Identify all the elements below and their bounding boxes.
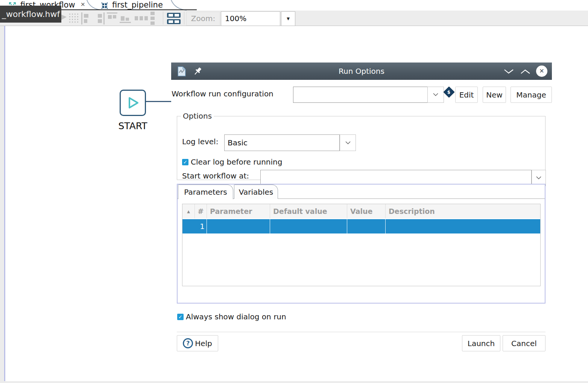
clear-log-label[interactable]: Clear log before running — [191, 157, 282, 166]
row-number-cell[interactable]: 1 — [182, 219, 207, 233]
tab-separator — [86, 0, 101, 11]
column-header-default-value[interactable]: Default value — [270, 204, 347, 218]
table-header: ▲ # Parameter Default value Value Descri… — [182, 204, 540, 219]
grid-icon[interactable] — [69, 14, 79, 25]
align-bottom-icon[interactable] — [120, 14, 131, 26]
play-icon — [126, 96, 140, 110]
node-connector-line — [146, 101, 172, 102]
zoom-combobox[interactable]: 100% — [221, 11, 280, 26]
options-legend: Options — [181, 111, 214, 121]
run-options-dialog: Run Options ✕ Workflow run configuration… — [171, 63, 552, 352]
always-show-checkbox[interactable]: ✓ — [177, 314, 184, 320]
log-level-label: Log level: — [182, 137, 218, 146]
align-left-icon[interactable] — [81, 12, 90, 26]
launch-button[interactable]: Launch — [462, 335, 500, 351]
run-config-combobox[interactable] — [293, 87, 428, 103]
align-top-icon[interactable] — [107, 12, 117, 25]
column-header-number[interactable]: # — [195, 204, 207, 218]
canvas-gutter — [0, 26, 4, 381]
default-value-cell[interactable] — [270, 219, 347, 233]
help-question-icon: ? — [183, 338, 193, 348]
tab-first-pipeline[interactable]: first_pipeline — [112, 0, 163, 10]
column-header-description[interactable]: Description — [386, 204, 540, 218]
footer-divider — [177, 332, 545, 332]
dialog-titlebar[interactable]: Run Options ✕ — [171, 63, 552, 80]
run-config-dropdown-icon[interactable] — [427, 87, 444, 103]
dialog-close-icon[interactable]: ✕ — [536, 66, 547, 77]
tab-close-icon[interactable]: ✕ — [81, 0, 85, 9]
value-cell[interactable] — [347, 219, 386, 233]
tab-parameters-label: Parameters — [184, 188, 227, 197]
log-level-dropdown-icon[interactable] — [340, 134, 356, 151]
parameter-cell[interactable] — [207, 219, 270, 233]
manage-button[interactable]: Manage — [511, 87, 552, 103]
column-header-parameter[interactable]: Parameter — [207, 204, 270, 218]
zoom-dropdown-arrow-icon[interactable]: ▼ — [281, 11, 295, 26]
start-node-label: START — [114, 121, 152, 131]
zoom-label: Zoom: — [186, 12, 220, 26]
tab-separator — [169, 0, 187, 11]
table-row[interactable]: 1 — [182, 219, 540, 233]
column-header-value[interactable]: Value — [347, 204, 386, 218]
log-level-combobox[interactable]: Basic — [224, 134, 340, 151]
run-config-label: Workflow run configuration — [172, 89, 273, 98]
dollar-diamond-icon: $ — [444, 87, 455, 98]
clear-log-checkbox[interactable]: ✓ — [182, 159, 188, 165]
distribute-horizontal-icon[interactable] — [135, 15, 148, 22]
tab-variables[interactable]: Variables — [234, 185, 278, 199]
window-bottom-strip — [0, 381, 588, 383]
start-node[interactable] — [120, 90, 146, 116]
parameters-panel: Parameters Variables ▲ # Parameter Defau… — [177, 184, 545, 304]
expand-chevron-up-icon[interactable] — [520, 69, 530, 76]
collapse-chevron-down-icon[interactable] — [504, 69, 514, 76]
align-right-icon[interactable] — [97, 12, 105, 26]
tile-windows-icon[interactable] — [167, 12, 181, 26]
new-button[interactable]: New — [483, 87, 506, 103]
tab-variables-label: Variables — [239, 188, 273, 197]
cancel-button[interactable]: Cancel — [503, 335, 545, 351]
app-window: first_workflow ✕ first_pipeline — [0, 0, 588, 383]
document-tabstrip: first_workflow ✕ first_pipeline — [0, 0, 588, 11]
toolbar-separator — [184, 12, 184, 24]
options-group: Options Log level: Basic ✓ Clear log bef… — [177, 111, 545, 180]
help-button-label: Help — [195, 339, 212, 348]
tab-parameters[interactable]: Parameters — [178, 185, 233, 199]
edit-button[interactable]: Edit — [455, 87, 478, 103]
start-workflow-at-label: Start workflow at: — [182, 171, 249, 180]
dialog-title: Run Options — [171, 63, 552, 80]
sort-ascending-icon[interactable]: ▲ — [182, 204, 195, 218]
description-cell[interactable] — [386, 219, 540, 233]
always-show-label[interactable]: Always show dialog on run — [186, 312, 286, 321]
toolbar-separator — [163, 12, 163, 24]
parameters-table: ▲ # Parameter Default value Value Descri… — [182, 204, 541, 286]
distribute-vertical-icon[interactable] — [150, 12, 155, 27]
help-button[interactable]: ? Help — [177, 335, 218, 351]
filename-tooltip: _workflow.hwf — [0, 6, 61, 23]
